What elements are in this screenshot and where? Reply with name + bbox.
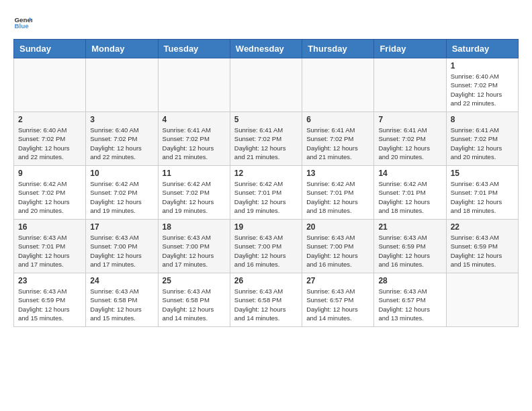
day-info: Sunrise: 6:41 AM Sunset: 7:02 PM Dayligh… bbox=[234, 126, 298, 161]
calendar-cell: 10Sunrise: 6:42 AM Sunset: 7:02 PM Dayli… bbox=[86, 166, 158, 220]
calendar-cell: 13Sunrise: 6:42 AM Sunset: 7:01 PM Dayli… bbox=[302, 166, 374, 220]
week-row-0: 1Sunrise: 6:40 AM Sunset: 7:02 PM Daylig… bbox=[14, 58, 519, 112]
day-info: Sunrise: 6:42 AM Sunset: 7:01 PM Dayligh… bbox=[234, 179, 298, 215]
day-number: 13 bbox=[306, 169, 369, 178]
day-info: Sunrise: 6:41 AM Sunset: 7:02 PM Dayligh… bbox=[451, 126, 514, 161]
calendar-cell bbox=[230, 58, 302, 112]
day-number: 11 bbox=[163, 169, 226, 178]
calendar-cell: 27Sunrise: 6:43 AM Sunset: 6:57 PM Dayli… bbox=[302, 273, 374, 327]
day-number: 1 bbox=[451, 61, 514, 71]
weekday-header-wednesday: Wednesday bbox=[230, 40, 302, 58]
calendar-cell: 17Sunrise: 6:43 AM Sunset: 7:00 PM Dayli… bbox=[86, 220, 158, 273]
calendar-cell: 24Sunrise: 6:43 AM Sunset: 6:58 PM Dayli… bbox=[86, 273, 158, 327]
day-number: 6 bbox=[306, 115, 369, 124]
calendar-table: SundayMondayTuesdayWednesdayThursdayFrid… bbox=[13, 39, 519, 327]
day-info: Sunrise: 6:43 AM Sunset: 7:00 PM Dayligh… bbox=[234, 233, 298, 269]
calendar-cell bbox=[86, 58, 158, 112]
calendar-cell: 26Sunrise: 6:43 AM Sunset: 6:58 PM Dayli… bbox=[230, 273, 302, 327]
day-info: Sunrise: 6:42 AM Sunset: 7:01 PM Dayligh… bbox=[306, 179, 369, 215]
day-number: 4 bbox=[163, 115, 226, 124]
week-row-3: 16Sunrise: 6:43 AM Sunset: 7:01 PM Dayli… bbox=[14, 220, 519, 273]
calendar-cell: 23Sunrise: 6:43 AM Sunset: 6:59 PM Dayli… bbox=[14, 273, 86, 327]
day-number: 24 bbox=[90, 276, 153, 285]
day-number: 12 bbox=[234, 169, 298, 178]
weekday-header-sunday: Sunday bbox=[14, 40, 86, 58]
day-info: Sunrise: 6:43 AM Sunset: 7:00 PM Dayligh… bbox=[306, 233, 369, 269]
day-number: 19 bbox=[234, 222, 298, 232]
calendar-cell: 5Sunrise: 6:41 AM Sunset: 7:02 PM Daylig… bbox=[230, 112, 302, 166]
day-number: 9 bbox=[18, 169, 81, 178]
calendar-cell bbox=[302, 58, 374, 112]
calendar-cell: 8Sunrise: 6:41 AM Sunset: 7:02 PM Daylig… bbox=[446, 112, 518, 166]
logo-icon: General Blue bbox=[13, 13, 32, 32]
calendar-cell: 19Sunrise: 6:43 AM Sunset: 7:00 PM Dayli… bbox=[230, 220, 302, 273]
day-info: Sunrise: 6:40 AM Sunset: 7:02 PM Dayligh… bbox=[90, 126, 153, 161]
day-info: Sunrise: 6:43 AM Sunset: 6:59 PM Dayligh… bbox=[18, 287, 81, 322]
day-number: 14 bbox=[378, 169, 441, 178]
day-number: 15 bbox=[451, 169, 514, 178]
calendar-cell: 12Sunrise: 6:42 AM Sunset: 7:01 PM Dayli… bbox=[230, 166, 302, 220]
day-number: 2 bbox=[18, 115, 81, 124]
day-number: 7 bbox=[378, 115, 441, 124]
day-info: Sunrise: 6:42 AM Sunset: 7:02 PM Dayligh… bbox=[18, 179, 81, 215]
day-info: Sunrise: 6:42 AM Sunset: 7:02 PM Dayligh… bbox=[163, 179, 226, 215]
day-number: 16 bbox=[18, 222, 81, 232]
day-info: Sunrise: 6:43 AM Sunset: 6:59 PM Dayligh… bbox=[378, 233, 441, 269]
calendar-cell: 6Sunrise: 6:41 AM Sunset: 7:02 PM Daylig… bbox=[302, 112, 374, 166]
calendar-cell bbox=[374, 58, 446, 112]
day-info: Sunrise: 6:43 AM Sunset: 7:01 PM Dayligh… bbox=[451, 179, 514, 215]
weekday-header-saturday: Saturday bbox=[446, 40, 518, 58]
day-number: 25 bbox=[163, 276, 226, 285]
calendar-cell: 3Sunrise: 6:40 AM Sunset: 7:02 PM Daylig… bbox=[86, 112, 158, 166]
day-number: 26 bbox=[234, 276, 298, 285]
calendar-cell: 22Sunrise: 6:43 AM Sunset: 6:59 PM Dayli… bbox=[446, 220, 518, 273]
calendar-cell bbox=[446, 273, 518, 327]
calendar-cell: 14Sunrise: 6:42 AM Sunset: 7:01 PM Dayli… bbox=[374, 166, 446, 220]
day-info: Sunrise: 6:43 AM Sunset: 6:59 PM Dayligh… bbox=[451, 233, 514, 269]
week-row-4: 23Sunrise: 6:43 AM Sunset: 6:59 PM Dayli… bbox=[14, 273, 519, 327]
calendar-cell: 28Sunrise: 6:43 AM Sunset: 6:57 PM Dayli… bbox=[374, 273, 446, 327]
day-info: Sunrise: 6:42 AM Sunset: 7:02 PM Dayligh… bbox=[90, 179, 153, 215]
calendar-cell: 16Sunrise: 6:43 AM Sunset: 7:01 PM Dayli… bbox=[14, 220, 86, 273]
day-info: Sunrise: 6:43 AM Sunset: 6:58 PM Dayligh… bbox=[163, 287, 226, 322]
calendar-cell bbox=[14, 58, 86, 112]
header: General Blue bbox=[13, 13, 519, 32]
day-info: Sunrise: 6:40 AM Sunset: 7:02 PM Dayligh… bbox=[18, 126, 81, 161]
day-number: 22 bbox=[451, 222, 514, 232]
day-info: Sunrise: 6:43 AM Sunset: 7:00 PM Dayligh… bbox=[163, 233, 226, 269]
weekday-header-row: SundayMondayTuesdayWednesdayThursdayFrid… bbox=[14, 40, 519, 58]
day-info: Sunrise: 6:41 AM Sunset: 7:02 PM Dayligh… bbox=[163, 126, 226, 161]
day-info: Sunrise: 6:43 AM Sunset: 7:00 PM Dayligh… bbox=[90, 233, 153, 269]
day-number: 17 bbox=[90, 222, 153, 232]
day-number: 8 bbox=[451, 115, 514, 124]
day-number: 18 bbox=[163, 222, 226, 232]
day-info: Sunrise: 6:43 AM Sunset: 7:01 PM Dayligh… bbox=[18, 233, 81, 269]
day-info: Sunrise: 6:41 AM Sunset: 7:02 PM Dayligh… bbox=[378, 126, 441, 161]
calendar-cell: 11Sunrise: 6:42 AM Sunset: 7:02 PM Dayli… bbox=[158, 166, 230, 220]
week-row-2: 9Sunrise: 6:42 AM Sunset: 7:02 PM Daylig… bbox=[14, 166, 519, 220]
day-info: Sunrise: 6:41 AM Sunset: 7:02 PM Dayligh… bbox=[306, 126, 369, 161]
calendar-cell: 1Sunrise: 6:40 AM Sunset: 7:02 PM Daylig… bbox=[446, 58, 518, 112]
day-number: 21 bbox=[378, 222, 441, 232]
day-number: 10 bbox=[90, 169, 153, 178]
calendar-cell: 18Sunrise: 6:43 AM Sunset: 7:00 PM Dayli… bbox=[158, 220, 230, 273]
calendar-cell: 20Sunrise: 6:43 AM Sunset: 7:00 PM Dayli… bbox=[302, 220, 374, 273]
day-info: Sunrise: 6:43 AM Sunset: 6:57 PM Dayligh… bbox=[306, 287, 369, 322]
day-info: Sunrise: 6:43 AM Sunset: 6:58 PM Dayligh… bbox=[234, 287, 298, 322]
day-info: Sunrise: 6:43 AM Sunset: 6:57 PM Dayligh… bbox=[378, 287, 441, 322]
day-number: 5 bbox=[234, 115, 298, 124]
day-info: Sunrise: 6:42 AM Sunset: 7:01 PM Dayligh… bbox=[378, 179, 441, 215]
day-number: 28 bbox=[378, 276, 441, 285]
day-number: 27 bbox=[306, 276, 369, 285]
calendar-cell: 25Sunrise: 6:43 AM Sunset: 6:58 PM Dayli… bbox=[158, 273, 230, 327]
calendar-cell bbox=[158, 58, 230, 112]
calendar-cell: 4Sunrise: 6:41 AM Sunset: 7:02 PM Daylig… bbox=[158, 112, 230, 166]
day-info: Sunrise: 6:40 AM Sunset: 7:02 PM Dayligh… bbox=[451, 72, 514, 107]
day-number: 3 bbox=[90, 115, 153, 124]
calendar-cell: 21Sunrise: 6:43 AM Sunset: 6:59 PM Dayli… bbox=[374, 220, 446, 273]
day-info: Sunrise: 6:43 AM Sunset: 6:58 PM Dayligh… bbox=[90, 287, 153, 322]
calendar-cell: 2Sunrise: 6:40 AM Sunset: 7:02 PM Daylig… bbox=[14, 112, 86, 166]
day-number: 23 bbox=[18, 276, 81, 285]
weekday-header-thursday: Thursday bbox=[302, 40, 374, 58]
calendar-cell: 9Sunrise: 6:42 AM Sunset: 7:02 PM Daylig… bbox=[14, 166, 86, 220]
